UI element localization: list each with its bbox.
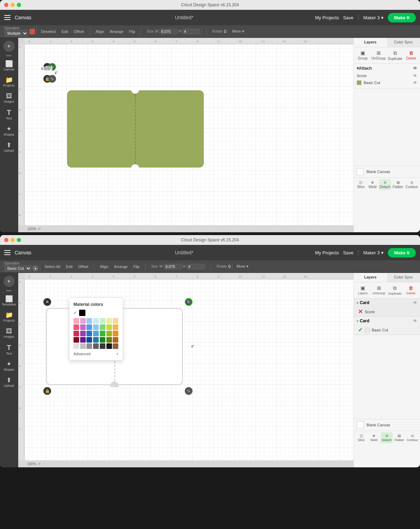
zoom-refresh-icon-2[interactable]: ⟳ (38, 462, 41, 466)
minimize-button-2[interactable] (10, 238, 15, 242)
color-swatch-e8f0a0[interactable] (106, 318, 112, 324)
sidebar-templates-2[interactable]: ⬜ Templates (1, 294, 17, 308)
sidebar-upload[interactable]: ⬆ Upload (1, 140, 17, 154)
op-select-2[interactable]: Basic Cut (4, 265, 31, 272)
new-btn-2[interactable]: + (4, 276, 15, 287)
ungroup-btn-2[interactable]: ⊞ UnGroup (371, 284, 387, 297)
flatten-btn[interactable]: ▤ Flatten (392, 179, 404, 190)
color-swatch-5898e8[interactable] (86, 324, 92, 330)
contour-btn-2[interactable]: ◎ Contour (406, 432, 419, 443)
align-btn-2[interactable]: Align (98, 264, 110, 269)
color-swatch-98b820[interactable] (106, 331, 112, 336)
color-swatch-0848a0[interactable] (86, 337, 92, 343)
new-btn[interactable]: + (4, 41, 15, 52)
duplicate-btn-2[interactable]: ⧉ Duplicate (387, 284, 403, 297)
offset-btn-2[interactable]: Offset (77, 264, 90, 269)
layer-score[interactable]: Score 👁 (357, 72, 417, 79)
color-swatch-606060[interactable] (93, 343, 99, 349)
align-btn[interactable]: Align (94, 29, 105, 34)
color-swatch-e8a0d8[interactable] (80, 318, 86, 324)
color-swatch-c0c0c0[interactable] (80, 343, 86, 349)
group-btn[interactable]: ▣ Group (355, 49, 370, 62)
edit-btn[interactable]: Edit (60, 29, 70, 34)
canvas-1[interactable]: 0 1 2 3 4 5 6 7 8 9 10 11 12 13 0 (18, 38, 354, 232)
flip-btn[interactable]: Flip (128, 29, 137, 34)
group-btn-2[interactable]: ▣ Layers (355, 284, 371, 297)
color-swatch-c8f0c8[interactable] (100, 318, 105, 324)
color-swatch-2870d0[interactable] (86, 331, 92, 336)
save-btn-1[interactable]: Save (343, 15, 354, 20)
tab-color-sync-1[interactable]: Color Sync (387, 38, 420, 47)
color-swatch-e89020[interactable] (113, 331, 118, 336)
color-swatch-e0e0e0[interactable] (74, 343, 79, 349)
my-projects-btn-2[interactable]: My Projects (315, 250, 339, 255)
arrange-btn[interactable]: Arrange (108, 29, 125, 34)
color-swatch-9840a8[interactable] (80, 331, 86, 336)
card-1-eye[interactable]: 👁 (413, 300, 417, 305)
lock-handle-2[interactable]: 🔒 (43, 387, 51, 395)
maximize-button-2[interactable] (17, 238, 21, 242)
rotate-handle-2[interactable]: ↻ (185, 298, 192, 306)
color-swatch-88c8e8[interactable] (93, 324, 99, 330)
height-input-2[interactable] (187, 264, 205, 269)
maximize-button[interactable] (17, 3, 21, 7)
delete-btn-2[interactable]: 🗑 Delete (403, 284, 419, 297)
color-swatch-c868c8[interactable] (80, 324, 86, 330)
tab-color-sync-2[interactable]: Color Sync (387, 273, 420, 282)
color-picker-btn[interactable] (29, 29, 35, 34)
width-input-2[interactable] (164, 264, 182, 269)
zoom-refresh-icon[interactable]: ⟳ (38, 227, 41, 231)
advanced-row[interactable]: Advanced + (74, 352, 119, 356)
more-btn[interactable]: More ▾ (231, 28, 246, 34)
color-swatch-181818[interactable] (106, 343, 112, 349)
sidebar-images[interactable]: 🖼 Images (1, 91, 17, 105)
sidebar-images-2[interactable]: 🖼 Images (1, 326, 17, 341)
color-swatch-880828[interactable] (74, 337, 79, 343)
op-dropdown-2[interactable]: ▾ (32, 265, 38, 272)
color-swatch-909090[interactable] (86, 343, 92, 349)
weld-btn-2[interactable]: ⊕ Weld (368, 432, 380, 443)
color-swatch-681888[interactable] (80, 337, 86, 343)
arrange-btn-2[interactable]: Arrange (113, 264, 129, 269)
canvas-2[interactable]: 0 1 2 3 4 5 6 7 8 9 10 11 12 13 0 (18, 273, 354, 467)
my-projects-btn[interactable]: My Projects (315, 15, 339, 20)
offset-btn[interactable]: Offset (72, 29, 85, 34)
ungroup-btn[interactable]: ⊞ UnGroup (371, 49, 386, 62)
tab-layers-1[interactable]: Layers (354, 38, 387, 47)
make-it-btn-2[interactable]: Make It (388, 248, 416, 257)
flip-btn-2[interactable]: Flip (132, 264, 141, 269)
color-swatch-50a8d0[interactable] (93, 331, 99, 336)
score-eye[interactable]: 👁 (413, 73, 417, 78)
flatten-btn-2[interactable]: ▤ Flatten (393, 432, 405, 443)
slice-btn[interactable]: ◫ Slice (355, 179, 366, 190)
attach-eye[interactable]: 👁 (413, 66, 417, 71)
detach-btn[interactable]: ⊘ Detach (379, 179, 391, 190)
hamburger-menu-2[interactable] (4, 250, 10, 255)
duplicate-btn[interactable]: ⧉ Duplicate (387, 49, 403, 62)
op-select[interactable]: Multiple (4, 30, 28, 36)
sidebar-shapes-2[interactable]: ✦ Shapes (1, 359, 17, 373)
basic-cut-eye[interactable]: 👁 (413, 80, 417, 85)
color-swatch-c06010[interactable] (113, 337, 118, 343)
color-swatch-f8d898[interactable] (113, 318, 118, 324)
sidebar-text[interactable]: T Text (1, 107, 17, 122)
color-swatch-38b838[interactable] (100, 331, 105, 336)
sidebar-upload-2[interactable]: ⬆ Upload (1, 375, 17, 390)
select-all-btn[interactable]: Select All (43, 264, 62, 269)
contour-btn[interactable]: ◎ Contour (405, 179, 419, 190)
close-handle-2[interactable]: ✕ (43, 298, 51, 306)
height-input[interactable] (182, 29, 200, 34)
sidebar-text-2[interactable]: T Text (1, 342, 17, 357)
sidebar-projects-2[interactable]: 📁 Projects (1, 310, 17, 324)
close-button-2[interactable] (4, 238, 8, 242)
machine-selector-2[interactable]: Maker 3 ▾ (363, 250, 384, 255)
color-swatch-8b6040[interactable] (113, 343, 118, 349)
color-swatch-c8e8f8[interactable] (93, 318, 99, 324)
layer-basic-cut[interactable]: Basic Cut 👁 (357, 79, 417, 86)
color-swatch-c8d840[interactable] (106, 324, 112, 330)
color-swatch-2878a0[interactable] (93, 337, 99, 343)
color-swatch-188818[interactable] (100, 337, 105, 343)
scale-handle[interactable]: ⤡ (48, 75, 56, 83)
color-swatch-e85878[interactable] (74, 324, 79, 330)
minimize-button[interactable] (10, 3, 15, 7)
